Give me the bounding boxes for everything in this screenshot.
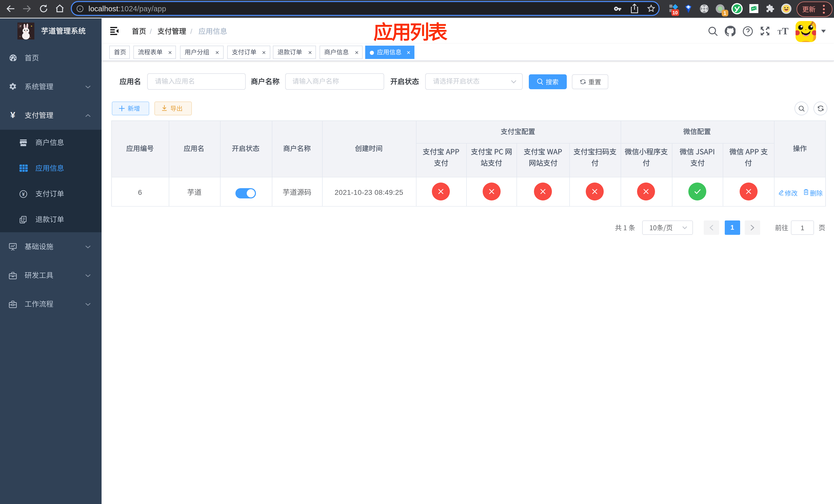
svg-text:¥: ¥	[22, 191, 25, 197]
